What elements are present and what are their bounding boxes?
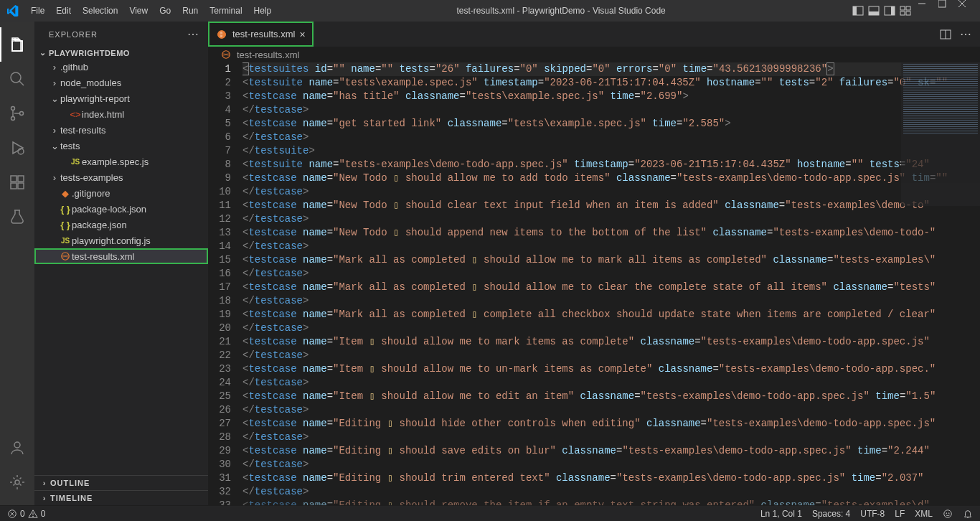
toggle-secondary-sidebar-icon[interactable] [884, 5, 895, 17]
json-file-icon: { } [59, 220, 72, 230]
code-line[interactable]: <testcase name="Editing ▯ should trim en… [242, 471, 980, 485]
tree-item-label: test-results [60, 125, 106, 136]
status-language[interactable]: XML [915, 509, 933, 519]
code-line[interactable]: <testsuites id="" name="" tests="26" fai… [242, 62, 980, 76]
code-line[interactable]: </testcase> [242, 240, 980, 253]
code-line[interactable]: </testcase> [242, 212, 980, 226]
status-encoding[interactable]: UTF-8 [860, 509, 885, 519]
menu-edit[interactable]: Edit [50, 0, 77, 22]
editor-body[interactable]: 1234567891011121314151617181920212223242… [208, 62, 980, 505]
customize-layout-icon[interactable] [900, 5, 911, 17]
xml-file-icon [215, 29, 228, 39]
svg-line-15 [19, 81, 24, 85]
code-line[interactable]: <testsuite name="tests-examples\demo-tod… [242, 158, 980, 172]
file-package-json[interactable]: { }package.json [34, 217, 208, 233]
tab-close-icon[interactable]: × [299, 29, 305, 40]
code-line[interactable]: <testcase name="New Todo ▯ should clear … [242, 199, 980, 212]
run-debug-icon[interactable] [0, 131, 34, 165]
code-line[interactable]: </testsuite> [242, 144, 980, 158]
menu-go[interactable]: Go [154, 0, 176, 22]
tree-item-label: playwright.config.js [72, 235, 151, 246]
menu-terminal[interactable]: Terminal [204, 0, 248, 22]
file-package-lock-json[interactable]: { }package-lock.json [34, 201, 208, 217]
timeline-section[interactable]: ›TIMELINE [34, 490, 208, 505]
minimap[interactable] [901, 62, 980, 206]
code-line[interactable]: </testcase> [242, 294, 980, 308]
svg-point-39 [948, 512, 949, 513]
code-line[interactable]: </testcase> [242, 458, 980, 471]
code-line[interactable]: <testcase name="New Todo ▯ should allow … [242, 172, 980, 185]
code-line[interactable]: </testcase> [242, 185, 980, 199]
status-indent[interactable]: Spaces: 4 [812, 509, 850, 519]
code-line[interactable]: <testcase name="get started link" classn… [242, 117, 980, 131]
breadcrumb[interactable]: test-results.xml [208, 47, 980, 62]
folder-tests[interactable]: ⌄tests [34, 138, 208, 154]
code-line[interactable]: <testcase name="Item ▯ should allow me t… [242, 335, 980, 349]
folder-test-results[interactable]: ›test-results [34, 122, 208, 138]
svg-point-17 [11, 117, 15, 121]
code-line[interactable]: <testsuite name="tests\example.spec.js" … [242, 76, 980, 90]
toggle-primary-sidebar-icon[interactable] [852, 5, 864, 17]
layout-controls [845, 5, 918, 17]
menu-file[interactable]: File [25, 0, 50, 22]
code-line[interactable]: <testcase name="Item ▯ should allow me t… [242, 390, 980, 403]
code-line[interactable]: <testcase name="Mark all as completed ▯ … [242, 253, 980, 267]
status-cursor[interactable]: Ln 1, Col 1 [760, 509, 802, 519]
svg-rect-11 [938, 0, 946, 7]
menu-run[interactable]: Run [176, 0, 204, 22]
code-line[interactable]: <testcase name="Item ▯ should allow me t… [242, 362, 980, 376]
split-editor-icon[interactable] [940, 29, 951, 40]
editor-more-icon[interactable]: ⋯ [960, 27, 971, 41]
code-line[interactable]: <testcase name="Editing ▯ should remove … [242, 499, 980, 505]
code-line[interactable]: </testcase> [242, 431, 980, 444]
settings-gear-icon[interactable] [0, 465, 34, 499]
code-line[interactable]: <testcase name="has title" classname="te… [242, 90, 980, 103]
window-controls [918, 0, 980, 22]
status-warning-count: 0 [41, 509, 46, 519]
code-line[interactable]: </testcase> [242, 485, 980, 499]
code-line[interactable]: </testcase> [242, 131, 980, 144]
code-line[interactable]: <testcase name="New Todo ▯ should append… [242, 226, 980, 240]
explorer-icon[interactable] [0, 27, 34, 62]
outline-section[interactable]: ›OUTLINE [34, 475, 208, 490]
menu-help[interactable]: Help [248, 0, 278, 22]
code-line[interactable]: <testcase name="Editing ▯ should save ed… [242, 444, 980, 458]
minimize-button[interactable] [918, 0, 937, 22]
search-icon[interactable] [0, 62, 34, 96]
status-problems[interactable]: 0 0 [7, 509, 45, 519]
code-line[interactable]: </testcase> [242, 103, 980, 117]
status-feedback-icon[interactable] [943, 509, 953, 519]
status-bell-icon[interactable] [963, 509, 973, 519]
folder-node-modules[interactable]: ›node_modules [34, 75, 208, 90]
status-eol[interactable]: LF [895, 509, 905, 519]
folder-tests-examples[interactable]: ›tests-examples [34, 169, 208, 185]
tab-test-results[interactable]: test-results.xml × [208, 22, 314, 47]
code-line[interactable]: </testcase> [242, 349, 980, 362]
extensions-icon[interactable] [0, 165, 34, 200]
maximize-button[interactable] [938, 0, 957, 22]
folder-playwright-report[interactable]: ⌄playwright-report [34, 90, 208, 106]
code-line[interactable]: <testcase name="Editing ▯ should hide ot… [242, 417, 980, 431]
accounts-icon[interactable] [0, 431, 34, 465]
code-line[interactable]: </testcase> [242, 376, 980, 390]
file--gitignore[interactable]: ◆.gitignore [34, 185, 208, 201]
code-line[interactable]: <testcase name="Mark all as completed ▯ … [242, 281, 980, 294]
workspace-root[interactable]: ⌄ PLAYWRIGHTDEMO [34, 47, 208, 59]
xml-file-icon [59, 251, 72, 261]
file-example-spec-js[interactable]: JSexample.spec.js [34, 154, 208, 169]
toggle-panel-icon[interactable] [868, 5, 880, 17]
menu-selection[interactable]: Selection [77, 0, 123, 22]
source-control-icon[interactable] [0, 96, 34, 131]
code-line[interactable]: <testcase name="Mark all as completed ▯ … [242, 308, 980, 321]
file-test-results-xml[interactable]: test-results.xml [34, 248, 208, 264]
file-index-html[interactable]: <>index.html [34, 106, 208, 122]
tab-label: test-results.xml [232, 29, 295, 39]
code-line[interactable]: </testcase> [242, 321, 980, 335]
folder--github[interactable]: ›.github [34, 59, 208, 75]
menu-view[interactable]: View [123, 0, 154, 22]
code-line[interactable]: </testcase> [242, 403, 980, 417]
code-line[interactable]: </testcase> [242, 267, 980, 281]
close-button[interactable] [958, 0, 977, 22]
testing-icon[interactable] [0, 200, 34, 234]
file-playwright-config-js[interactable]: JSplaywright.config.js [34, 233, 208, 248]
